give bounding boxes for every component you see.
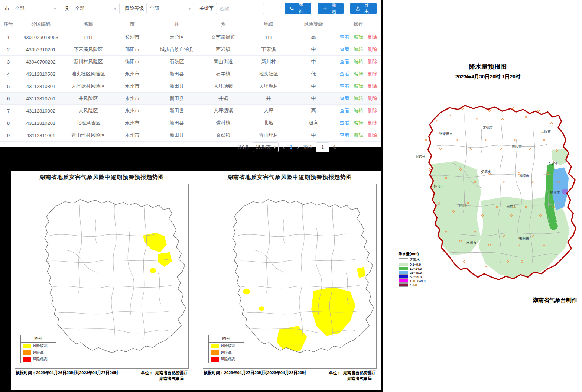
county-filter-select[interactable]: 全部 ▾ [72, 3, 120, 14]
city-filter-value: 全部 [15, 5, 25, 12]
view-link[interactable]: 查看 [339, 46, 349, 52]
view-link[interactable]: 查看 [339, 132, 349, 138]
cell-name: 大坪塘村风险区 [65, 80, 111, 93]
cell-seq: 5 [0, 80, 17, 93]
table-body: 1 4301029018053 1111 长沙市 天心区 文艺路街道 111 高… [0, 31, 381, 142]
column-header: 市 [111, 17, 153, 31]
trend-map-title-1: 湖南省地质灾害气象风险中短期预警预报趋势图 [14, 174, 189, 181]
view-link[interactable]: 查看 [339, 83, 349, 89]
cell-name: 青山坪村风险区 [65, 129, 111, 142]
view-link[interactable]: 查看 [339, 59, 349, 64]
search-button[interactable]: 查询 [285, 3, 311, 14]
legend-item: 风险较高 [21, 343, 56, 349]
next-page-button[interactable]: › [297, 144, 300, 150]
goto-page-input[interactable] [316, 142, 329, 152]
legend-title: 图例 [209, 335, 244, 343]
keyword-input[interactable] [216, 3, 264, 14]
view-link[interactable]: 查看 [339, 108, 349, 113]
risk-legend-1: 图例 风险较高 风险高 [20, 335, 56, 363]
cell-name: 井风险区 [65, 93, 111, 105]
cell-town: 西岩镇 [201, 43, 246, 56]
risk-level-filter-label: 风险等级 [125, 5, 144, 12]
precip-legend: 降水量(mm) 无降水 0.1~9.9 10~24.9 [399, 252, 426, 287]
cell-county: 新田县 [153, 117, 201, 129]
edit-link[interactable]: 编辑 [354, 46, 363, 52]
risk-legend-2: 图例 风险较高 风险高 [208, 335, 244, 363]
edit-link[interactable]: 编辑 [354, 120, 363, 126]
edit-link[interactable]: 编辑 [354, 132, 363, 138]
cell-place: 新川村 [246, 56, 291, 68]
cell-code: 43112810802 [17, 105, 65, 117]
delete-link[interactable]: 删除 [368, 71, 377, 77]
cell-town: 青山街道 [201, 56, 246, 68]
column-header: 名称 [65, 17, 111, 31]
cell-name: 1111 [65, 31, 111, 43]
add-button[interactable]: 新增 [318, 3, 344, 14]
current-page[interactable]: 1 [289, 145, 293, 150]
cell-city: 邵阳市 [111, 43, 153, 56]
edit-link[interactable]: 编辑 [354, 59, 363, 64]
table-row: 9 43112811001 青山坪村风险区 永州市 新田县 金盆镇 青山坪村 中… [0, 129, 381, 142]
cell-actions: 查看 编辑 删除 [336, 80, 381, 93]
cell-town: 石羊镇 [201, 68, 246, 80]
delete-link[interactable]: 删除 [368, 108, 377, 113]
trend-map-footer-2: 预报时间：2023年04月27日20时到2023年04月28日20时 单位： 湖… [204, 368, 376, 387]
forecast-time: 预报时间：2023年04月26日20时到2023年04月27日20时 [16, 370, 118, 376]
cell-place: 青山坪村 [246, 129, 291, 142]
edit-link[interactable]: 编辑 [354, 83, 363, 89]
column-header: 序号 [0, 17, 17, 31]
cell-risk-level: 中 [291, 129, 336, 142]
export-button[interactable]: 导出 [350, 3, 377, 14]
cell-seq: 6 [0, 93, 17, 105]
legend-swatch [23, 344, 31, 348]
delete-link[interactable]: 删除 [368, 59, 377, 64]
cell-city: 永州市 [111, 129, 153, 142]
cell-actions: 查看 编辑 删除 [336, 117, 381, 129]
view-link[interactable]: 查看 [339, 34, 349, 40]
city-filter-select[interactable]: 全部 ▾ [12, 3, 59, 14]
cell-town: 人坪塘镇 [201, 105, 246, 117]
cell-risk-level: 极高 [291, 117, 336, 129]
export-icon [355, 6, 360, 11]
delete-link[interactable]: 删除 [368, 95, 377, 101]
cell-county: 城步苗族自治县 [153, 43, 201, 56]
column-header: 乡 [201, 17, 246, 31]
column-header: 县 [153, 17, 201, 31]
cell-county: 天心区 [153, 31, 201, 43]
trend-map-frame-2: 图例 风险较高 风险高 [203, 184, 377, 369]
view-link[interactable]: 查看 [339, 71, 349, 77]
plus-icon [323, 7, 327, 11]
cell-seq: 7 [0, 105, 17, 117]
cell-seq: 9 [0, 129, 17, 142]
delete-link[interactable]: 删除 [368, 132, 377, 138]
prev-page-button[interactable]: ‹ [282, 144, 285, 150]
pagination: 共9条 15条/页 ▾ ‹ 1 › 前往 页 [0, 142, 381, 153]
table-row: 1 4301029018053 1111 长沙市 天心区 文艺路街道 111 高… [0, 31, 381, 43]
page-size-select[interactable]: 15条/页 ▾ [253, 142, 279, 152]
edit-link[interactable]: 编辑 [354, 95, 363, 101]
delete-link[interactable]: 删除 [368, 46, 377, 52]
cell-seq: 8 [0, 117, 17, 129]
cell-actions: 查看 编辑 删除 [336, 105, 381, 117]
view-link[interactable]: 查看 [339, 120, 349, 126]
risk-zone-table: 序号分区编码名称市县乡地点风险等级操作 1 4301029018053 1111… [0, 17, 381, 142]
trend-map-footer-1: 预报时间：2023年04月26日20时到2023年04月27日20时 单位： 湖… [16, 368, 188, 387]
view-link[interactable]: 查看 [339, 95, 349, 101]
edit-link[interactable]: 编辑 [354, 34, 363, 40]
cell-code: 4301029018053 [17, 31, 65, 43]
trend-map-frame-1: 图例 风险较高 风险高 [15, 184, 189, 369]
delete-link[interactable]: 删除 [368, 83, 377, 89]
legend-swatch [211, 350, 219, 355]
cell-town: 骥村镇 [201, 117, 246, 129]
legend-swatch [23, 350, 31, 355]
edit-link[interactable]: 编辑 [354, 71, 363, 77]
column-header: 操作 [336, 17, 381, 31]
cell-code: 43112810502 [17, 68, 65, 80]
delete-link[interactable]: 删除 [368, 120, 377, 126]
delete-link[interactable]: 删除 [368, 34, 377, 40]
legend-item: 10~24.9 [399, 267, 426, 270]
cell-seq: 3 [0, 56, 17, 68]
edit-link[interactable]: 编辑 [354, 108, 363, 113]
table-row: 7 43112810802 人风险区 永州市 新田县 人坪塘镇 人坪 高 查看 … [0, 105, 381, 117]
risk-level-filter-select[interactable]: 全部 ▾ [146, 3, 194, 14]
